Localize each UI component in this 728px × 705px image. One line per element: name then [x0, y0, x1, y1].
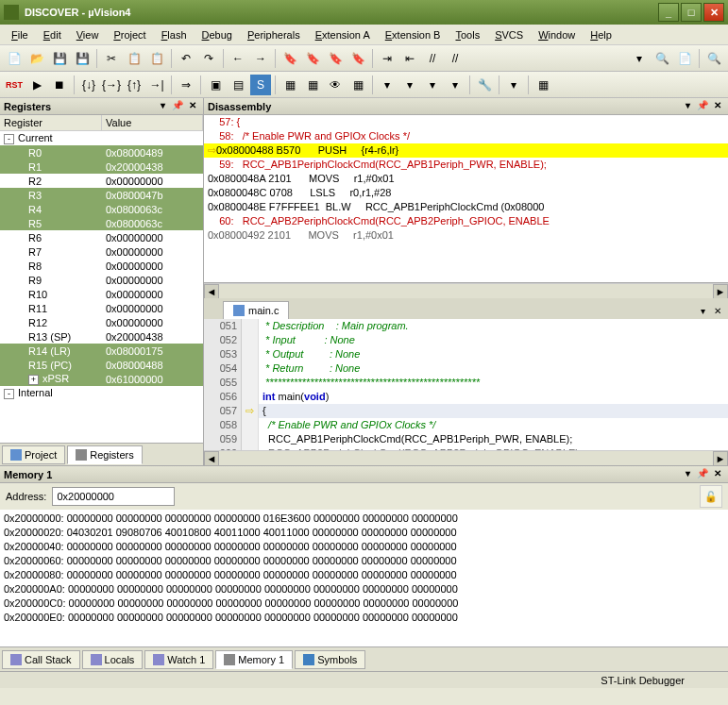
maximize-button[interactable]: □: [681, 3, 702, 22]
tree-expander[interactable]: +: [28, 375, 39, 385]
reset-icon[interactable]: RST: [4, 75, 25, 95]
copy-icon[interactable]: 📋: [124, 48, 144, 69]
panel-dropdown-icon[interactable]: ▾: [156, 100, 169, 113]
src-dropdown-icon[interactable]: ▾: [696, 306, 709, 319]
register-row[interactable]: R120x00000000: [0, 315, 203, 329]
memory-row[interactable]: 0x20000040: 00000000 00000000 00000000 0…: [4, 540, 724, 554]
minimize-button[interactable]: _: [658, 3, 679, 22]
register-row[interactable]: R70x00000000: [0, 244, 203, 259]
src-scroll-right-icon[interactable]: ►: [713, 451, 728, 466]
menu-help[interactable]: Help: [583, 27, 619, 42]
debug-icon[interactable]: 🔍: [703, 48, 724, 69]
disasm-line[interactable]: 58: /* Enable PWR and GPIOx Clocks */: [204, 129, 728, 143]
src-scroll-left-icon[interactable]: ◄: [204, 451, 219, 466]
redo-icon[interactable]: ↷: [198, 48, 219, 69]
tab-watch-1[interactable]: Watch 1: [144, 650, 213, 669]
call-stack-icon[interactable]: ▦: [302, 75, 323, 95]
analysis-icon[interactable]: ▾: [399, 75, 420, 95]
disasm-window-icon[interactable]: ▤: [228, 75, 248, 95]
disasm-line[interactable]: 0x0800048C 0708 LSLS r0,r1,#28: [204, 186, 728, 200]
bookmark-icon[interactable]: 🔖: [279, 48, 300, 69]
menu-project[interactable]: Project: [106, 27, 153, 42]
register-row[interactable]: R50x0800063c: [0, 216, 203, 230]
tree-expander[interactable]: -: [4, 134, 14, 144]
memory-row[interactable]: 0x200000A0: 00000000 00000000 00000000 0…: [4, 582, 724, 596]
menu-window[interactable]: Window: [531, 27, 583, 42]
source-line[interactable]: * Output : None: [259, 347, 728, 361]
open-folder-icon[interactable]: 📂: [26, 48, 47, 69]
reg-header-value[interactable]: Value: [102, 115, 203, 130]
step-over-icon[interactable]: {→}: [101, 75, 122, 95]
fold-gutter[interactable]: ⇨: [242, 319, 259, 450]
tab-call-stack[interactable]: Call Stack: [2, 650, 80, 669]
cut-icon[interactable]: ✂: [101, 48, 122, 69]
source-line[interactable]: * Description : Main program.: [259, 319, 728, 333]
close-button[interactable]: ✕: [703, 3, 724, 22]
toolbox-icon[interactable]: 🔧: [474, 75, 495, 95]
address-input[interactable]: [52, 487, 175, 506]
save-all-icon[interactable]: 💾: [72, 48, 93, 69]
register-row[interactable]: R13 (SP)0x20000438: [0, 329, 203, 344]
reg-header-name[interactable]: Register: [0, 115, 102, 130]
tab-main-c[interactable]: main.c: [223, 301, 289, 319]
save-icon[interactable]: 💾: [49, 48, 70, 69]
mem-pin-icon[interactable]: 📌: [696, 468, 709, 481]
menu-debug[interactable]: Debug: [195, 27, 240, 42]
system-viewer-icon[interactable]: ▾: [445, 75, 466, 95]
memory-view[interactable]: 0x20000000: 00000000 00000000 00000000 0…: [0, 510, 728, 646]
uncomment-icon[interactable]: //: [445, 48, 466, 69]
tab-project[interactable]: Project: [2, 445, 65, 464]
disasm-line[interactable]: 57: {: [204, 115, 728, 129]
memory-row[interactable]: 0x200000C0: 00000000 00000000 00000000 0…: [4, 596, 724, 611]
trace-icon[interactable]: ▾: [422, 75, 443, 95]
run-to-cursor-icon[interactable]: →|: [146, 75, 167, 95]
menu-file[interactable]: File: [4, 27, 36, 42]
scroll-right-icon[interactable]: ►: [713, 284, 728, 299]
memory-row[interactable]: 0x20000080: 00000000 00000000 00000000 0…: [4, 568, 724, 582]
tree-expander[interactable]: -: [4, 389, 14, 399]
new-file-icon[interactable]: 📄: [4, 48, 25, 69]
bookmark-prev-icon[interactable]: 🔖: [302, 48, 323, 69]
source-editor[interactable]: 051052053054055056057058059060 ⇨ * Descr…: [204, 319, 728, 450]
comment-icon[interactable]: //: [422, 48, 443, 69]
memory-row[interactable]: 0x20000020: 04030201 09080706 40010800 4…: [4, 526, 724, 540]
register-row[interactable]: R60x00000000: [0, 230, 203, 244]
disasm-scrollbar[interactable]: ◄ ►: [204, 283, 728, 298]
source-line[interactable]: /* Enable PWR and GPIOx Clocks */: [259, 418, 728, 432]
find-in-files-icon[interactable]: 📄: [674, 48, 695, 69]
disasm-line[interactable]: 59: RCC_APB1PeriphClockCmd(RCC_APB1Perip…: [204, 158, 728, 172]
register-row[interactable]: R30x0800047b: [0, 188, 203, 202]
register-row[interactable]: R20x00000000: [0, 174, 203, 188]
mem-dropdown-icon[interactable]: ▾: [681, 468, 694, 481]
disasm-pin-icon[interactable]: 📌: [696, 100, 709, 113]
source-line[interactable]: {: [259, 404, 728, 418]
register-row[interactable]: R15 (PC)0x08000488: [0, 358, 203, 372]
register-row[interactable]: R40x0800063c: [0, 202, 203, 216]
source-line[interactable]: int main(void): [259, 390, 728, 404]
panel-close-icon[interactable]: ✕: [186, 100, 199, 113]
memory-row[interactable]: 0x20000060: 00000000 00000000 00000000 0…: [4, 554, 724, 568]
register-row[interactable]: R00x08000489: [0, 145, 203, 159]
memory-row[interactable]: 0x20000000: 00000000 00000000 00000000 0…: [4, 512, 724, 526]
memory-row[interactable]: 0x200000E0: 00000000 00000000 00000000 0…: [4, 611, 724, 625]
menu-extension-b[interactable]: Extension B: [378, 27, 449, 42]
source-line[interactable]: * Input : None: [259, 333, 728, 347]
register-row[interactable]: R80x00000000: [0, 259, 203, 273]
register-row[interactable]: R10x20000438: [0, 159, 203, 174]
menu-edit[interactable]: Edit: [36, 27, 69, 42]
tab-memory-1[interactable]: Memory 1: [215, 650, 293, 669]
register-row[interactable]: R110x00000000: [0, 301, 203, 315]
disasm-dropdown-icon[interactable]: ▾: [681, 100, 694, 113]
register-row[interactable]: R90x00000000: [0, 273, 203, 287]
register-row[interactable]: -Internal: [0, 386, 203, 400]
disasm-line[interactable]: 60: RCC_APB2PeriphClockCmd(RCC_APB2Perip…: [204, 214, 728, 228]
show-next-icon[interactable]: ⇒: [176, 75, 196, 95]
register-row[interactable]: R100x00000000: [0, 287, 203, 301]
disasm-line[interactable]: ⇨0x08000488 B570 PUSH {r4-r6,lr}: [204, 143, 728, 158]
step-out-icon[interactable]: {↑}: [124, 75, 144, 95]
paste-icon[interactable]: 📋: [146, 48, 167, 69]
source-line[interactable]: ****************************************…: [259, 376, 728, 390]
indent-icon[interactable]: ⇥: [377, 48, 398, 69]
register-row[interactable]: -Current: [0, 131, 203, 145]
command-window-icon[interactable]: ▣: [205, 75, 226, 95]
